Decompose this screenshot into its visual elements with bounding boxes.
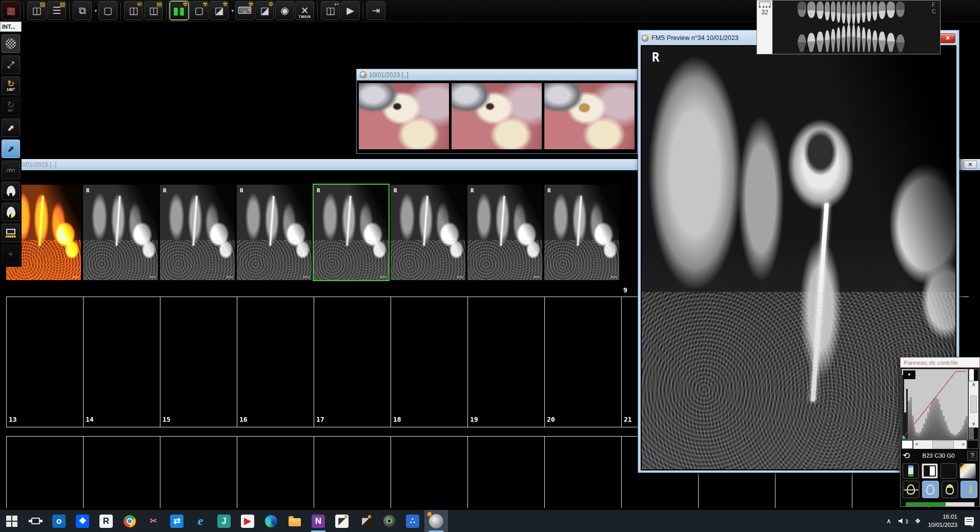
tooth-tool[interactable] [2,182,20,200]
taskbar-internet-explorer-button[interactable]: e [189,510,212,532]
gold-colorize-filter-button[interactable] [959,463,976,479]
dropdown-arrow-icon[interactable]: ▾ [231,8,234,13]
taskbar-chrome-button[interactable] [118,510,141,532]
tooth-smooth-filter-button[interactable] [922,481,939,498]
horizontal-scroll-thumb[interactable] [932,441,954,448]
speaker-icon[interactable]: )) [899,518,908,524]
taskbar-task-view-button[interactable] [24,510,47,532]
slideshow-button[interactable]: ▶ [341,1,360,20]
invert-filter-button[interactable] [922,463,938,479]
curve-handle-marker[interactable] [903,435,906,439]
white-level-swatch[interactable] [969,369,978,381]
intraoral-camera-button[interactable]: ◉ [275,1,294,20]
xray-thumbnail-2[interactable]: RMIN [83,185,158,280]
exit-application-button[interactable]: ⇥ [366,1,385,20]
taskbar-onenote-button[interactable]: N [307,510,330,532]
histogram-dropdown-button[interactable]: ▼ [903,370,915,379]
taskbar-julie-dental-button[interactable]: J [212,510,236,532]
scroll-up-button[interactable]: ∧ [972,382,975,387]
image-stack-layout-button[interactable]: ⧉▾ [73,1,92,20]
taskbar-dental-imaging-active-button[interactable] [424,510,448,532]
print-image-button[interactable]: ◫▤ [144,1,163,20]
mesh-filter-tool[interactable] [2,34,20,53]
vertical-scroll-thumb[interactable] [970,396,977,413]
xray-thumbnail-6[interactable]: RMIN [391,185,465,280]
zoom-pan-tool[interactable]: ⬈ [2,119,20,137]
vertical-scroll-track[interactable]: ∧ ∨ [969,381,978,427]
xray-sensor-button[interactable]: ◪☢▾ [210,1,229,20]
tooth-root-filter-button[interactable] [961,481,977,498]
dropbox-tray-icon[interactable]: ❖ [915,517,921,525]
taskbar-pdf-viewer-button[interactable]: ▶ [236,510,259,532]
xray-thumbnail-4[interactable]: RMIN [237,185,312,280]
xray-series-acquisition-button[interactable]: ▢☢ [190,1,209,20]
taskbar-dental-capture-button[interactable]: ◤ [354,510,377,532]
image-measure-tool[interactable] [2,224,20,242]
black-swatch[interactable] [967,440,978,449]
taskbar-dental-viewer-button[interactable]: ◤ [330,510,354,532]
dropdown-arrow-icon[interactable]: ▾ [94,8,97,13]
xray-control-panel-button[interactable]: ⌨☢ [235,1,254,20]
taskbar-dropbox-button[interactable]: ❖ [71,510,94,532]
help-button[interactable]: ? [967,451,977,461]
grid-empty-cell-14[interactable] [84,297,159,426]
send-by-email-button[interactable]: ◫✉ [124,1,143,20]
clock[interactable]: 16:01 10/01/2023 [928,513,957,529]
copy-report-clipboard-button[interactable]: ☰▨ [47,1,66,20]
reset-button[interactable]: ⟲ [903,450,910,461]
scroll-left-button[interactable]: < [915,442,918,447]
taskbar-start-button[interactable] [0,510,24,532]
teeth-arch-tool[interactable]: ∩∩∩ [2,161,20,179]
xray-thumbnail-3[interactable]: RMIN [160,185,235,280]
grid-empty-cell-19[interactable] [468,297,544,426]
intraoral-photo-1[interactable] [359,83,449,149]
taskbar-edge-button[interactable] [259,510,283,532]
root-canal-tool[interactable] [2,203,20,221]
import-image-button[interactable]: ◫↩ [321,1,340,20]
taskbar-teamviewer-button[interactable]: ⇄ [165,510,189,532]
grid-empty-cell-15[interactable] [160,297,236,426]
twain-source-button[interactable]: ✕TWAIN [295,1,314,20]
grid-empty-cell-20[interactable] [545,297,621,426]
intraoral-photo-3[interactable] [544,83,635,149]
grid-empty-cell-16[interactable] [237,297,313,426]
measure-tool[interactable]: ⤢ [2,55,20,74]
intraoral-photo-2[interactable] [452,83,542,149]
xray-thumbnail-7[interactable]: RMIN [467,185,542,280]
horizontal-scroll-track[interactable]: < > [913,440,967,449]
grid-empty-cell-13[interactable] [7,297,83,426]
grid-empty-cell-17[interactable] [314,297,390,426]
taskbar-file-explorer-button[interactable] [283,510,307,532]
grid-window-close-button[interactable]: ✕ [964,161,977,169]
taskbar-outlook-button[interactable]: o [47,510,71,532]
rainbow-colorize-filter-button[interactable] [941,463,957,479]
tooth-crown-filter-button[interactable] [942,481,958,498]
action-center-icon[interactable] [965,517,974,525]
taskbar-rvg-app-button[interactable]: R [94,510,118,532]
levels-filter-button[interactable] [903,463,919,479]
tooth-chart-image[interactable]: F C [772,1,940,54]
black-level-swatch[interactable] [969,427,978,440]
zoom-annotate-tool[interactable]: ⬈✎ [2,140,20,158]
copy-image-clipboard-button[interactable]: ◫▨ [27,1,46,20]
taskbar-eye-cam-button[interactable] [377,510,401,532]
histogram-area[interactable]: ▼ [902,369,968,440]
series-selection-button[interactable]: ▢ [98,1,117,20]
rotate-180-tool[interactable]: ↻180° [2,76,20,95]
scroll-down-button[interactable]: ∨ [972,422,975,426]
photo-window-titlebar[interactable]: 10/01/2023 [..] [357,69,637,81]
fms-close-button[interactable]: ✕ [940,33,955,43]
film-strip-icon[interactable] [759,2,770,8]
grid-empty-cell-18[interactable] [391,297,467,426]
scroll-right-button[interactable]: > [962,442,965,447]
taskbar-snipping-tool-button[interactable]: ✂ [141,510,165,532]
white-swatch[interactable] [902,440,913,449]
tray-expand-icon[interactable]: ∧ [886,517,891,525]
xray-acquisition-button[interactable]: ▮▮☢ [170,1,189,20]
tooth-contrast-filter-button[interactable] [903,481,920,498]
taskbar-share-tool-button[interactable]: ∴ [401,510,424,532]
sensor-settings-button[interactable]: ◪⚙ [255,1,274,20]
video-capture-button[interactable]: ▦ [2,1,21,20]
xray-thumbnail-5[interactable]: RMIN [314,185,389,280]
xray-thumbnail-8[interactable]: RMIN [544,185,619,280]
